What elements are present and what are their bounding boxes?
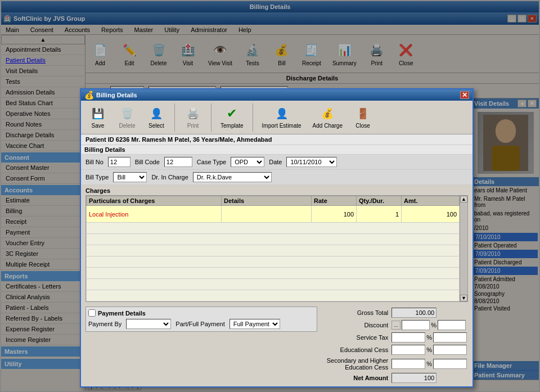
toolbar-separator-2 (211, 103, 212, 132)
billing-modal: 💰 Billing Details ✕ 💾 Save 🗑️ Delete 👤 S… (80, 88, 474, 388)
secondary-cess-pct-input[interactable] (433, 359, 467, 369)
charges-title: Charges (86, 187, 468, 194)
modal-save-button[interactable]: 💾 Save (86, 105, 110, 130)
col-amt: Amt. (402, 196, 460, 206)
table-row (87, 268, 460, 279)
case-type-select[interactable]: OPD IPD (231, 157, 264, 167)
billing-fields-row2: Bill Type Bill Estimate Dr. In Charge Dr… (81, 170, 472, 185)
table-row (87, 290, 460, 301)
payment-by-select[interactable] (126, 319, 171, 329)
modal-delete-button[interactable]: 🗑️ Delete (115, 105, 140, 130)
modal-print-icon: 🖨️ (185, 106, 201, 121)
educational-cess-label: Educational Cess (322, 344, 390, 356)
col-particulars: Particulars of Charges (87, 196, 222, 206)
payment-header: Payment Details (88, 309, 314, 317)
modal-template-label: Template (220, 123, 244, 129)
bill-type-label: Bill Type (86, 174, 109, 181)
particulars-cell: Local Injection (87, 206, 222, 223)
service-tax-label: Service Tax (322, 331, 390, 344)
bill-no-input[interactable] (108, 157, 130, 167)
educational-cess-pct: % (426, 346, 432, 353)
net-amount-row: Net Amount (322, 372, 468, 384)
gross-total-input[interactable] (392, 308, 436, 318)
discount-label: Discount (322, 319, 390, 331)
scroll-down-btn[interactable]: ▼ (460, 295, 467, 301)
modal-import-icon: 👤 (274, 106, 290, 121)
table-row (87, 279, 460, 290)
bill-code-input[interactable] (164, 157, 192, 167)
totals-table: Gross Total Discount ... % Service (322, 307, 468, 384)
modal-bottom: Payment Details Payment By Part/Full Pay… (81, 304, 472, 386)
modal-template-button[interactable]: ✔ Template (217, 105, 247, 130)
charges-table-container: Particulars of Charges Details Rate Qty.… (86, 195, 468, 302)
table-row: Local Injection 100 1 100 (87, 206, 460, 223)
modal-title-bar: 💰 Billing Details ✕ (81, 89, 472, 101)
amt-cell: 100 (402, 206, 460, 223)
billing-details-label: Billing Details (81, 145, 472, 155)
payment-section: Payment Details Payment By Part/Full Pay… (86, 307, 317, 384)
gross-total-row: Gross Total (322, 307, 468, 319)
discount-pct-sign: % (431, 322, 436, 328)
discount-more-button[interactable]: ... (392, 321, 400, 330)
table-row (87, 223, 460, 234)
modal-import-label: Import Estimate (262, 123, 302, 129)
charges-table: Particulars of Charges Details Rate Qty.… (86, 196, 460, 301)
patient-info-bar: Patient ID 6236 Mr. Ramesh M Patel, 36 Y… (81, 134, 472, 145)
save-label: Save (92, 123, 105, 129)
modal-close-btn[interactable]: 🚪 Close (350, 105, 375, 130)
modal-select-icon: 👤 (148, 106, 164, 121)
modal-delete-icon: 🗑️ (119, 106, 135, 121)
modal-select-label: Select (148, 123, 164, 129)
payment-box: Payment Details Payment By Part/Full Pay… (86, 307, 317, 332)
net-amount-input[interactable] (392, 373, 436, 383)
payment-row: Payment By Part/Full Payment Full Paymen… (88, 319, 314, 329)
details-cell (222, 206, 312, 223)
charges-scrollbar[interactable]: ▲ ▼ (460, 196, 467, 301)
modal-select-button[interactable]: 👤 Select (144, 105, 169, 130)
case-type-label: Case Type (197, 159, 226, 165)
col-details: Details (222, 196, 312, 206)
educational-cess-row: Educational Cess % (322, 344, 468, 356)
scroll-up-btn[interactable]: ▲ (460, 196, 467, 202)
payment-details-label: Payment Details (98, 310, 146, 317)
col-rate: Rate (312, 196, 357, 206)
service-tax-pct: % (426, 334, 432, 341)
modal-close-icon: 🚪 (355, 106, 371, 121)
date-select[interactable]: 10/11/2010 (286, 157, 337, 167)
toolbar-separator-3 (253, 103, 253, 132)
rate-cell: 100 (312, 206, 357, 223)
discount-input[interactable] (402, 320, 430, 330)
educational-cess-input[interactable] (392, 345, 425, 355)
modal-import-button[interactable]: 👤 Import Estimate (259, 105, 305, 130)
service-tax-input[interactable] (392, 332, 425, 343)
educational-cess-pct-input[interactable] (433, 345, 467, 355)
service-tax-pct-input[interactable] (433, 332, 467, 343)
modal-print-label: Print (187, 123, 199, 129)
charges-table-body: Local Injection 100 1 100 (87, 206, 460, 301)
payment-checkbox[interactable] (88, 309, 96, 317)
payment-by-label: Payment By (88, 321, 122, 327)
dr-in-charge-label: Dr. In Charge (151, 174, 188, 181)
part-full-label: Part/Full Payment (176, 321, 224, 327)
service-tax-row: Service Tax % (322, 331, 468, 344)
bill-type-select[interactable]: Bill Estimate (113, 172, 147, 182)
modal-close-button[interactable]: ✕ (460, 91, 469, 99)
discount-row: Discount ... % (322, 319, 468, 331)
table-row (87, 245, 460, 256)
modal-add-charge-button[interactable]: 💰 Add Charge (309, 105, 346, 130)
gross-total-label: Gross Total (322, 307, 390, 319)
dr-in-charge-select[interactable]: Dr. R.k.Dave (193, 172, 272, 182)
charges-section: Charges Particulars of Charges Details R… (81, 185, 472, 304)
bill-code-label: Bill Code (135, 159, 160, 165)
save-icon: 💾 (90, 106, 106, 121)
part-full-select[interactable]: Full Payment Part Payment (230, 319, 280, 329)
modal-print-button[interactable]: 🖨️ Print (181, 105, 205, 130)
toolbar-separator-1 (174, 103, 175, 132)
patient-info-text: Patient ID 6236 Mr. Ramesh M Patel, 36 Y… (86, 136, 272, 143)
secondary-cess-row: Secondary and Higher Education Cess % (322, 356, 468, 372)
discount-pct-input[interactable] (438, 320, 466, 330)
table-row (87, 256, 460, 268)
secondary-cess-label: Secondary and Higher Education Cess (322, 356, 390, 372)
secondary-cess-input[interactable] (392, 359, 425, 369)
date-label: Date (269, 159, 282, 165)
